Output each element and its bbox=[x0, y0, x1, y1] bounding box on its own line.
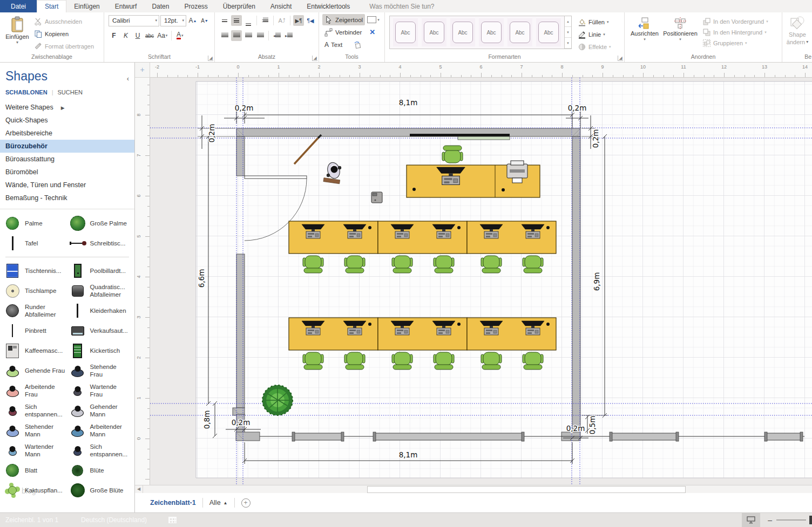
ribbon-tab-prozess[interactable]: Prozess bbox=[177, 0, 215, 12]
ribbon-tab-entwicklertools[interactable]: Entwicklertools bbox=[299, 0, 357, 12]
gallery-up-icon[interactable]: ▲ bbox=[565, 16, 571, 27]
strikethrough-button[interactable]: abc bbox=[144, 30, 155, 41]
font-family-select[interactable]: Calibri▾ bbox=[109, 15, 159, 26]
format-painter-button[interactable]: Format übertragen bbox=[32, 41, 96, 52]
gallery-item[interactable]: Arbeitender Mann bbox=[70, 421, 135, 440]
gallery-item[interactable]: Wartender Mann bbox=[4, 441, 70, 460]
style-tile[interactable]: Abc bbox=[450, 18, 475, 46]
freeform-tool-icon[interactable] bbox=[353, 40, 362, 49]
gallery-item[interactable]: Tischtennis... bbox=[4, 261, 70, 280]
gallery-item[interactable]: Verkaufsaut... bbox=[70, 321, 135, 340]
bring-to-front-button[interactable]: In den Vordergrund▾ bbox=[702, 17, 768, 26]
gallery-item[interactable]: Große Palme bbox=[70, 214, 135, 233]
sidebar-item-bürozubehör[interactable]: Bürozubehör bbox=[0, 140, 134, 153]
rtl-paragraph-button[interactable]: ¶◀ bbox=[305, 15, 316, 26]
drawing-page[interactable]: 8,1m 0,2m 0,2m 0,2m 0,2m 6,6m 6,9m 0,8m … bbox=[150, 78, 812, 485]
style-tile[interactable]: Abc bbox=[536, 18, 561, 46]
gallery-item[interactable]: Kickertisch bbox=[70, 341, 135, 360]
language-status[interactable]: Deutsch (Deutschland) bbox=[81, 516, 147, 524]
presentation-mode-button[interactable] bbox=[742, 513, 760, 527]
font-dialog-launcher[interactable]: ◢ bbox=[208, 56, 213, 61]
position-button[interactable]: Positionieren▾ bbox=[662, 14, 698, 53]
gallery-item[interactable]: Quadratisc... Abfalleimer bbox=[70, 281, 135, 300]
all-sheets-button[interactable]: Alle▲ bbox=[209, 499, 228, 507]
style-tile[interactable]: Abc bbox=[479, 18, 504, 46]
small-bin[interactable] bbox=[371, 192, 382, 203]
gallery-item[interactable]: Gehende Frau bbox=[4, 361, 70, 380]
text-tool-button[interactable]: A Text bbox=[322, 39, 344, 50]
increase-indent-button[interactable]: ▸ bbox=[283, 30, 294, 41]
align-left-button[interactable] bbox=[219, 30, 230, 41]
line-button[interactable]: Linie▾ bbox=[576, 29, 613, 40]
align-middle-button[interactable] bbox=[231, 15, 242, 26]
style-gallery-scrollbar[interactable]: ▲ ▼ ▼ bbox=[565, 16, 572, 49]
group-shapes-button[interactable]: Gruppieren▾ bbox=[702, 39, 768, 47]
gallery-item[interactable]: Blüte bbox=[70, 461, 135, 480]
underline-button[interactable]: U bbox=[132, 30, 143, 41]
gallery-item[interactable]: Stehender Mann bbox=[4, 421, 70, 440]
gallery-item[interactable]: Palme bbox=[4, 214, 70, 233]
style-tile[interactable]: Abc bbox=[393, 18, 418, 46]
gallery-item[interactable]: Schreibtisc... bbox=[70, 234, 135, 253]
align-center-button[interactable] bbox=[231, 30, 242, 41]
align-right-button[interactable] bbox=[243, 30, 254, 41]
tell-me-box[interactable]: Was möchten Sie tun? bbox=[369, 0, 434, 12]
font-color-button[interactable]: A▾ bbox=[174, 30, 185, 41]
gallery-item[interactable]: Poolbillardt... bbox=[70, 261, 135, 280]
gallery-item[interactable]: Pinbrett bbox=[4, 321, 70, 340]
align-shapes-button[interactable]: Ausrichten▾ bbox=[627, 14, 662, 53]
page-count-status[interactable]: Zeichenbl. 1 von 1 bbox=[5, 516, 58, 524]
gallery-item[interactable]: Arbeitende Frau bbox=[4, 381, 70, 400]
gallery-item[interactable]: Tafel bbox=[4, 234, 70, 253]
tab-zeichenblatt-1[interactable]: Zeichenblatt-1 bbox=[150, 499, 196, 507]
copy-button[interactable]: Kopieren bbox=[32, 29, 96, 39]
gallery-item[interactable]: Sich entspannen... bbox=[70, 441, 135, 460]
gallery-item[interactable]: Wartende Frau bbox=[70, 381, 135, 400]
effects-button[interactable]: Effekte▾ bbox=[576, 42, 613, 52]
plant[interactable] bbox=[262, 385, 293, 415]
sidebar-item-bemaßung-technik[interactable]: Bemaßung - Technik bbox=[0, 191, 134, 204]
scrollbar-thumb[interactable] bbox=[367, 486, 686, 493]
text-rotate-button[interactable]: A⤴ bbox=[276, 15, 287, 26]
gallery-item[interactable]: Sich entspannen... bbox=[4, 401, 70, 420]
align-bottom-button[interactable] bbox=[243, 15, 254, 26]
scroll-left-icon[interactable]: ◀ bbox=[135, 485, 143, 493]
panel-collapse-icon[interactable]: ‹ bbox=[127, 74, 129, 83]
change-shape-button[interactable]: Shape ändern▾ bbox=[784, 14, 810, 53]
align-top-button[interactable] bbox=[219, 15, 230, 26]
sidebar-item-quick-shapes[interactable]: Quick-Shapes bbox=[0, 114, 134, 127]
sidebar-item-wände-türen-und-fenster[interactable]: Wände, Türen und Fenster bbox=[0, 179, 134, 191]
fill-button[interactable]: Füllen▾ bbox=[576, 17, 613, 28]
paste-button[interactable]: Einfügen ▾ bbox=[2, 14, 32, 53]
paste-dropdown-arrow[interactable]: ▾ bbox=[16, 41, 18, 44]
sidebar-item-arbeitsbereiche[interactable]: Arbeitsbereiche bbox=[0, 127, 134, 140]
whiteboard[interactable] bbox=[410, 134, 510, 136]
justify-button[interactable] bbox=[255, 30, 266, 41]
paragraph-dialog-launcher[interactable]: ◢ bbox=[312, 56, 317, 61]
italic-button[interactable]: K bbox=[120, 30, 131, 41]
gallery-item[interactable]: Kaktuspflan... bbox=[4, 481, 70, 500]
style-tile[interactable]: Abc bbox=[508, 18, 532, 46]
connection-point-icon[interactable]: ✕ bbox=[369, 28, 375, 36]
add-sheet-icon[interactable]: + bbox=[241, 498, 251, 508]
gallery-item[interactable]: Runder Abfalleimer bbox=[4, 301, 70, 320]
change-case-button[interactable]: Aa▾ bbox=[156, 30, 168, 41]
ribbon-tab-start[interactable]: Start bbox=[37, 0, 66, 12]
sidebar-item-büroausstattung[interactable]: Büroausstattung bbox=[0, 153, 134, 166]
pointer-tool-button[interactable]: Zeigertool bbox=[322, 14, 365, 25]
decrease-indent-button[interactable]: ◂ bbox=[272, 30, 282, 41]
ribbon-tab-überprüfen[interactable]: Überprüfen bbox=[215, 0, 263, 12]
cut-button[interactable]: Ausschneiden bbox=[32, 16, 96, 27]
gallery-item[interactable]: Große Blüte bbox=[70, 481, 135, 500]
tab-schablonen[interactable]: SCHABLONEN bbox=[5, 89, 48, 95]
send-to-back-button[interactable]: In den Hintergrund▾ bbox=[702, 28, 768, 37]
ribbon-tab-entwurf[interactable]: Entwurf bbox=[107, 0, 145, 12]
ribbon-tab-einfügen[interactable]: Einfügen bbox=[66, 0, 107, 12]
style-tile[interactable]: Abc bbox=[422, 18, 446, 46]
font-size-select[interactable]: 12pt.▾ bbox=[160, 15, 186, 26]
zoom-slider-handle[interactable] bbox=[809, 516, 812, 524]
gallery-item[interactable]: Tischlampe bbox=[4, 281, 70, 300]
gallery-item[interactable]: Gehender Mann bbox=[70, 401, 135, 420]
grow-font-button[interactable]: A▲ bbox=[187, 15, 198, 26]
floor-plan[interactable]: 8,1m 0,2m 0,2m 0,2m 0,2m 6,6m 6,9m 0,8m … bbox=[150, 78, 812, 484]
